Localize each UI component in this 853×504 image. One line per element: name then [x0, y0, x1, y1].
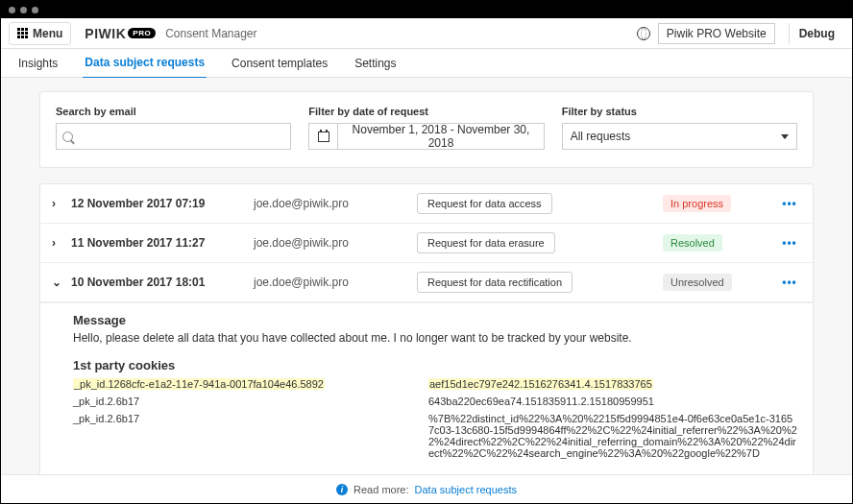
- date-picker[interactable]: November 1, 2018 - November 30, 2018: [308, 123, 544, 150]
- row-actions[interactable]: •••: [778, 276, 801, 289]
- cookie-value: %7B%22distinct_id%22%3A%20%2215f5d999485…: [428, 413, 797, 459]
- status-value: All requests: [571, 130, 631, 143]
- cookie-value: aef15d1ec797e242.1516276341.4.1517833765: [428, 378, 797, 390]
- tab-data-subject-requests[interactable]: Data subject requests: [83, 48, 207, 79]
- calendar-icon: [318, 132, 329, 142]
- table-row: › 11 November 2017 11:27 joe.doe@piwik.p…: [40, 224, 813, 263]
- cookies-heading: 1st party cookies: [73, 358, 797, 372]
- request-type-badge: Request for data rectification: [417, 272, 573, 293]
- cookie-name: _pk_id.2.6b17: [73, 413, 390, 459]
- collapse-toggle[interactable]: ⌄: [52, 276, 61, 289]
- info-icon: i: [336, 484, 348, 495]
- top-bar: Menu PIWIK PRO Consent Manager Piwik PRO…: [1, 18, 852, 49]
- cookie-value: 643ba220ec69ea74.151835911.2.15180959951: [428, 396, 797, 407]
- cookie-name: _pk_id.2.6b17: [73, 396, 390, 407]
- cell-email: joe.doe@piwik.pro: [254, 276, 407, 289]
- cell-type: Request for data rectification: [417, 272, 653, 293]
- row-detail: Message Hello, please delete all data th…: [40, 302, 813, 474]
- tab-consent-templates[interactable]: Consent templates: [230, 49, 329, 78]
- menu-label: Menu: [33, 27, 62, 40]
- tabs: Insights Data subject requests Consent t…: [1, 49, 852, 78]
- cell-status: Resolved: [663, 234, 768, 252]
- read-more-link[interactable]: Data subject requests: [415, 484, 517, 495]
- status-select[interactable]: All requests: [562, 123, 797, 150]
- content: Search by email Filter by date of reques…: [1, 78, 852, 474]
- menu-icon: [17, 28, 28, 38]
- cell-email: joe.doe@piwik.pro: [254, 236, 407, 250]
- site-selector[interactable]: Piwik PRO Website: [658, 23, 775, 44]
- cookie-name: _pk_id.1268cfc-e1a2-11e7-941a-0017fa104e…: [73, 378, 390, 390]
- table-row: › 12 November 2017 07:19 joe.doe@piwik.p…: [40, 184, 813, 224]
- read-more-label: Read more:: [353, 484, 408, 495]
- window-titlebar: [1, 1, 852, 18]
- cell-date: 10 November 2017 18:01: [71, 276, 244, 289]
- mac-close-dot[interactable]: [9, 7, 15, 13]
- menu-button[interactable]: Menu: [9, 22, 71, 45]
- tab-insights[interactable]: Insights: [16, 49, 60, 78]
- message-heading: Message: [73, 313, 797, 327]
- cell-date: 12 November 2017 07:19: [71, 197, 244, 210]
- requests-table: › 12 November 2017 07:19 joe.doe@piwik.p…: [39, 183, 814, 474]
- date-label: Filter by date of request: [308, 106, 544, 117]
- cell-type: Request for data erasure: [417, 232, 653, 253]
- expand-toggle[interactable]: ›: [52, 197, 61, 210]
- filters-card: Search by email Filter by date of reques…: [39, 91, 814, 168]
- chevron-down-icon: [781, 134, 789, 139]
- cell-status: Unresolved: [663, 274, 768, 291]
- cookie-row: _pk_id.2.6b17 643ba220ec69ea74.151835911…: [73, 396, 797, 407]
- debug-button[interactable]: Debug: [789, 23, 844, 44]
- row-actions[interactable]: •••: [778, 236, 801, 250]
- search-label: Search by email: [56, 106, 291, 117]
- status-badge: In progress: [663, 195, 731, 212]
- cell-status: In progress: [663, 195, 768, 212]
- status-badge: Resolved: [663, 234, 722, 252]
- search-input-wrap[interactable]: [56, 123, 291, 150]
- mac-min-dot[interactable]: [20, 7, 27, 13]
- row-actions[interactable]: •••: [778, 197, 801, 210]
- table-row: ⌄ 10 November 2017 18:01 joe.doe@piwik.p…: [40, 263, 813, 302]
- tab-settings[interactable]: Settings: [353, 49, 398, 78]
- request-type-badge: Request for data access: [417, 193, 552, 214]
- cell-type: Request for data access: [417, 193, 653, 214]
- cookie-row: _pk_id.2.6b17 %7B%22distinct_id%22%3A%20…: [73, 413, 797, 459]
- message-body: Hello, please delete all data that you h…: [73, 331, 797, 345]
- globe-icon[interactable]: [637, 27, 650, 40]
- expand-toggle[interactable]: ›: [52, 236, 61, 250]
- mac-max-dot[interactable]: [32, 7, 38, 13]
- search-input[interactable]: [79, 130, 284, 143]
- request-type-badge: Request for data erasure: [417, 232, 555, 253]
- cell-email: joe.doe@piwik.pro: [254, 197, 407, 210]
- search-icon: [62, 132, 73, 142]
- footer: i Read more: Data subject requests: [1, 474, 852, 503]
- status-badge: Unresolved: [663, 274, 732, 291]
- status-label: Filter by status: [562, 106, 797, 117]
- cookie-row: _pk_id.1268cfc-e1a2-11e7-941a-0017fa104e…: [73, 378, 797, 390]
- date-range-text: November 1, 2018 - November 30, 2018: [338, 123, 543, 150]
- brand-logo: PIWIK PRO: [85, 26, 156, 41]
- calendar-button[interactable]: [309, 124, 338, 149]
- cell-date: 11 November 2017 11:27: [71, 236, 244, 250]
- module-name: Consent Manager: [165, 27, 256, 40]
